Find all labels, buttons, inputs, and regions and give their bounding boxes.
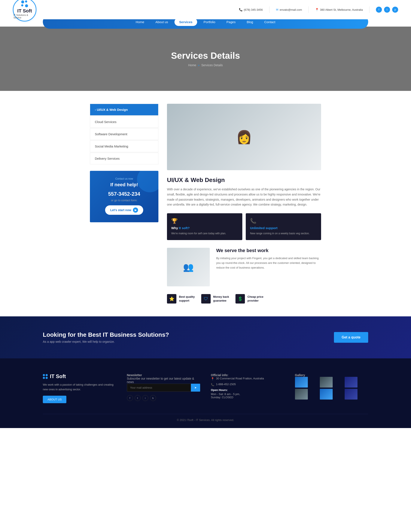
footer-dot-3: [43, 377, 45, 379]
footer-hours-label: Open Hours:: [211, 388, 284, 392]
newsletter-submit-button[interactable]: ➤: [191, 384, 200, 392]
quality-icon-3: 💲: [236, 294, 245, 304]
top-bar: IT Soft IT Solutions & Service 📞 (678) 3…: [0, 0, 411, 19]
gallery-item-6[interactable]: [345, 389, 357, 399]
quality-label-2: Money backguarantee: [213, 295, 229, 303]
quality-label-3: Cheap priceprovider: [247, 295, 263, 303]
footer-dot-2: [46, 374, 48, 376]
feature-card-1: 🏆 Why It soft? We're making room for sel…: [167, 213, 242, 240]
newsletter-desc: Subscribe our newsletter to get our late…: [127, 377, 200, 384]
footer-about-button[interactable]: ABOUT US: [43, 396, 66, 403]
contact-label: Contact us now: [95, 177, 153, 180]
sidebar-item-software[interactable]: Software Development: [90, 128, 158, 140]
footer-phone: 1-888-452-1505: [216, 383, 236, 386]
footer: IT Soft We work with a passion of taking…: [0, 358, 411, 428]
gallery-item-2[interactable]: [320, 377, 333, 388]
footer-logo-dots: [43, 374, 48, 379]
quality-items: ⭐ Best qualitysupport 🛡 Money backguaran…: [167, 294, 321, 304]
quality-icon-1: ⭐: [167, 294, 176, 304]
cta-title: Looking for the Best IT Business Solutio…: [43, 331, 169, 338]
footer-facebook-icon[interactable]: f: [127, 395, 133, 401]
facebook-icon[interactable]: f: [376, 7, 382, 13]
footer-info-col: Official info: 📍 30 Commercial Road Frat…: [211, 373, 284, 403]
twitter-icon[interactable]: t: [384, 7, 390, 13]
feature-title-2: Unlimited support: [250, 226, 317, 230]
quality-item-2: 🛡 Money backguarantee: [201, 294, 229, 304]
best-work-section: 👥 We serve the best work By initiating y…: [167, 248, 321, 286]
breadcrumb-home[interactable]: Home: [188, 63, 196, 67]
best-work-desc: By initiating your project with Fingent,…: [216, 256, 321, 270]
service-person-placeholder: 👩: [167, 104, 321, 170]
main-content: - UI/UX & Web Design Cloud Services Soft…: [77, 104, 334, 304]
phone-number: (678) 345-3456: [244, 8, 263, 11]
sidebar: - UI/UX & Web Design Cloud Services Soft…: [90, 104, 158, 304]
hero-title: Services Details: [171, 51, 240, 61]
feature-title-1: Why It soft?: [171, 226, 238, 230]
footer-address-item: 📍 30 Commercial Road Fratton, Australia: [211, 377, 284, 380]
arrow-icon: ▶: [133, 208, 138, 213]
contact-start-button[interactable]: Let's start now ▶: [105, 205, 143, 215]
cta-text: Looking for the Best IT Business Solutio…: [43, 331, 169, 343]
footer-social: f t i b: [127, 395, 200, 401]
quality-label-1: Best qualitysupport: [179, 295, 195, 303]
gallery-item-5[interactable]: [320, 389, 333, 399]
divider-2: [309, 6, 309, 13]
newsletter-email-input[interactable]: [127, 384, 191, 392]
best-work-image: 👥: [167, 248, 210, 286]
sidebar-item-social[interactable]: Social Media Marketing: [90, 140, 158, 152]
gallery-item-3[interactable]: [345, 377, 357, 388]
email-icon: ✉: [276, 8, 278, 11]
hero-section: Services Details Home » Services Details: [0, 27, 411, 91]
cta-quote-button[interactable]: Get a quote: [334, 332, 368, 343]
footer-grid: IT Soft We work with a passion of taking…: [43, 373, 368, 403]
email-address: envato@mail.com: [280, 8, 302, 11]
footer-gallery-title: Gallery: [295, 373, 368, 377]
breadcrumb-sep: »: [198, 63, 200, 67]
gallery-item-1[interactable]: [295, 377, 308, 388]
location-icon: 📍: [315, 8, 319, 11]
sidebar-item-delivery[interactable]: Delivery Services: [90, 153, 158, 164]
team-placeholder: 👥: [167, 248, 210, 286]
feature-desc-1: We're making room for self care today wi…: [171, 231, 238, 235]
logo-dot-1: [21, 0, 24, 3]
address-text: 380 Albert St, Melbourne, Australia: [320, 8, 363, 11]
pinterest-icon[interactable]: p: [392, 7, 398, 13]
footer-hours: Open Hours: Mon - Sat: 8 am - 5 pm,Sunda…: [211, 388, 284, 399]
footer-bottom: © 2021 ITsoft - IT Services. All rights …: [43, 414, 368, 422]
sidebar-item-cloud[interactable]: Cloud Services: [90, 116, 158, 128]
header: IT Soft IT Solutions & Service 📞 (678) 3…: [0, 0, 411, 29]
newsletter-title: Newsletter: [127, 373, 200, 377]
top-contacts: 📞 (678) 345-3456 ✉ envato@mail.com 📍 380…: [239, 6, 398, 13]
footer-address: 30 Commercial Road Fratton, Australia: [216, 377, 264, 380]
logo-tagline: IT Solutions & Service: [13, 14, 36, 19]
footer-phone-icon: 📞: [211, 383, 214, 386]
footer-dot-4: [46, 377, 48, 379]
footer-behance-icon[interactable]: b: [150, 395, 156, 401]
logo-dot-2: [25, 0, 27, 3]
footer-instagram-icon[interactable]: i: [142, 395, 148, 401]
footer-newsletter-col: Newsletter Subscribe our newsletter to g…: [127, 373, 200, 403]
copyright-text: © 2021 ITsoft - IT Services. All rights …: [177, 418, 234, 422]
service-detail: 👩 UI/UX & Web Design With over a decade …: [167, 104, 321, 304]
phone-contact: 📞 (678) 345-3456: [239, 8, 263, 11]
best-work-title: We serve the best work: [216, 248, 321, 253]
cta-section: Looking for the Best IT Business Solutio…: [0, 316, 411, 358]
footer-logo-name: IT Soft: [50, 373, 66, 379]
sidebar-item-uiux[interactable]: - UI/UX & Web Design: [90, 104, 158, 115]
logo-name: IT Soft: [17, 8, 32, 14]
best-work-text: We serve the best work By initiating you…: [216, 248, 321, 270]
footer-hours-text: Mon - Sat: 8 am - 5 pm,Sunday: CLOSED: [211, 392, 284, 399]
gallery-item-4[interactable]: [295, 389, 308, 399]
footer-twitter-icon[interactable]: t: [135, 395, 141, 401]
footer-phone-item: 📞 1-888-452-1505: [211, 383, 284, 386]
breadcrumb: Home » Services Details: [188, 63, 223, 67]
footer-logo: IT Soft: [43, 373, 116, 379]
feature-cards: 🏆 Why It soft? We're making room for sel…: [167, 213, 321, 240]
logo-circle: IT Soft IT Solutions & Service: [13, 0, 37, 21]
footer-dot-1: [43, 374, 45, 376]
feature-icon-1: 🏆: [171, 218, 238, 224]
service-description: With over a decade of experience, we've …: [167, 187, 321, 207]
cta-subtitle: As a app web crawler expert, We will hel…: [43, 340, 169, 343]
feature-highlight-1: It soft?: [179, 226, 190, 230]
quality-item-1: ⭐ Best qualitysupport: [167, 294, 195, 304]
